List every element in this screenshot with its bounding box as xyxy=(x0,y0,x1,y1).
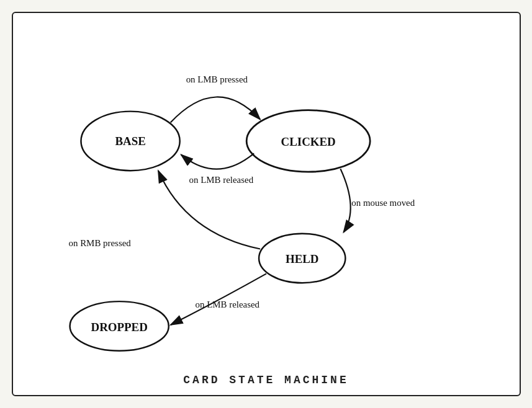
clicked-to-held-label: on mouse moved xyxy=(351,198,415,208)
dropped-state-label: DROPPED xyxy=(91,321,147,334)
clicked-to-base-arrow xyxy=(181,153,253,169)
base-to-clicked-arrow xyxy=(170,97,259,122)
clicked-state-label: CLICKED xyxy=(281,135,335,148)
diagram-caption: CARD STATE MACHINE xyxy=(183,368,348,395)
base-state-label: BASE xyxy=(115,135,145,148)
held-to-base-label: on RMB pressed xyxy=(68,238,131,248)
held-to-dropped-label: on LMB released xyxy=(195,299,259,309)
held-state-label: HELD xyxy=(285,252,318,265)
clicked-to-held-arrow xyxy=(340,169,350,232)
base-to-clicked-label: on LMB pressed xyxy=(186,74,248,84)
diagram-area: BASE CLICKED HELD DROPPED on LMB pressed… xyxy=(13,13,520,368)
clicked-to-base-label: on LMB released xyxy=(189,175,253,185)
diagram-frame: BASE CLICKED HELD DROPPED on LMB pressed… xyxy=(12,12,521,396)
